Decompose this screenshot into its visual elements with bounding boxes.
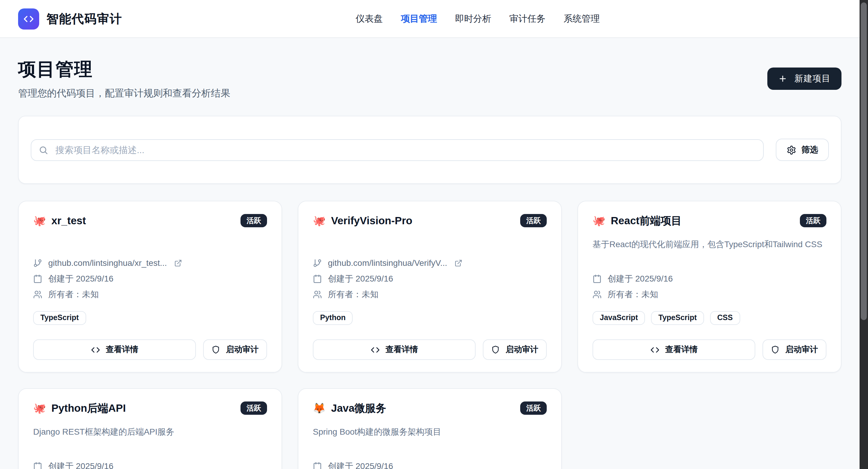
project-name: xr_test [51,214,86,227]
filter-button[interactable]: 筛选 [776,139,829,161]
project-tag: CSS [710,311,740,325]
status-badge: 活跃 [800,214,827,227]
project-emoji: 🦊 [313,402,326,414]
nav-item-tasks[interactable]: 审计任务 [509,13,546,24]
app-title: 智能代码审计 [46,10,122,27]
start-audit-button[interactable]: 启动审计 [763,339,827,360]
calendar-icon [313,462,322,469]
code-icon [650,345,659,354]
search-icon [38,145,48,155]
scrollbar[interactable] [860,0,868,469]
project-meta: 创建于 2025/9/16 [33,461,267,469]
search-filter-card: 筛选 [18,116,841,184]
users-icon [313,290,322,299]
top-navbar: 智能代码审计 仪表盘项目管理即时分析审计任务系统管理 [0,0,868,38]
project-owner: 所有者：未知 [33,289,267,299]
new-project-label: 新建项目 [795,73,831,84]
new-project-button[interactable]: 新建项目 [767,67,841,90]
project-tag: Python [313,311,353,325]
project-owner: 所有者：未知 [313,289,547,299]
git-branch-icon [313,258,322,268]
nav-item-system[interactable]: 系统管理 [564,13,600,24]
code-icon [91,345,100,354]
created-label: 创建于 2025/9/16 [608,274,673,283]
repo-url: github.com/lintsinghua/xr_test... [48,258,167,268]
page-title: 项目管理 [18,60,841,79]
start-audit-button[interactable]: 启动审计 [203,339,267,360]
tag-list: TypeScript [33,311,267,325]
project-tag: TypeScript [33,311,86,325]
created-date: 创建于 2025/9/16 [313,274,547,283]
card-header: 🐙 Python后端API 活跃 [33,401,267,415]
created-label: 创建于 2025/9/16 [48,461,113,469]
shield-icon [771,345,779,354]
view-details-button[interactable]: 查看详情 [313,339,475,360]
project-emoji: 🐙 [33,214,46,227]
nav-item-projects[interactable]: 项目管理 [401,13,437,24]
calendar-icon [592,274,601,283]
created-date: 创建于 2025/9/16 [592,274,827,283]
created-date: 创建于 2025/9/16 [33,461,267,469]
code-brackets-icon [24,13,34,24]
view-details-button[interactable]: 查看详情 [592,339,755,360]
scrollbar-thumb[interactable] [861,2,867,320]
card-footer: 查看详情 启动审计 [592,339,827,360]
owner-label: 所有者：未知 [608,289,658,299]
tag-list: Python [313,311,547,325]
main-nav: 仪表盘项目管理即时分析审计任务系统管理 [355,0,600,37]
created-label: 创建于 2025/9/16 [48,274,113,283]
main-content: 项目管理 管理您的代码项目，配置审计规则和查看分析结果 新建项目 [0,38,868,469]
repo-link[interactable]: github.com/lintsinghua/xr_test... [33,258,267,268]
project-name: Python后端API [51,401,126,415]
app-logo [18,8,39,29]
external-link-icon [174,259,182,267]
card-footer: 查看详情 启动审计 [313,339,547,360]
project-tag: TypeScript [651,311,704,325]
search-input[interactable] [54,144,756,156]
calendar-icon [313,274,322,283]
project-grid: 🐙 xr_test 活跃 github.com/lintsinghua/xr_t… [18,201,841,469]
start-audit-button[interactable]: 启动审计 [483,339,547,360]
project-description: Django REST框架构建的后端API服务 [33,426,267,444]
external-link-icon [455,259,462,267]
calendar-icon [33,462,42,469]
project-name: Java微服务 [331,401,386,415]
nav-item-dashboard[interactable]: 仪表盘 [355,13,383,24]
created-label: 创建于 2025/9/16 [328,274,393,283]
page-header: 项目管理 管理您的代码项目，配置审计规则和查看分析结果 新建项目 [18,38,841,99]
owner-label: 所有者：未知 [48,289,99,299]
project-owner: 所有者：未知 [592,289,827,299]
plus-icon [778,74,787,83]
status-badge: 活跃 [241,214,267,227]
git-branch-icon [33,258,42,268]
project-card: 🐙 VerifyVision-Pro 活跃 github.com/lintsin… [298,201,562,373]
code-icon [370,345,379,354]
card-header: 🦊 Java微服务 活跃 [313,401,547,415]
project-emoji: 🐙 [592,214,605,227]
card-footer: 查看详情 启动审计 [33,339,267,360]
users-icon [33,290,42,299]
shield-icon [491,345,500,354]
created-date: 创建于 2025/9/16 [313,461,547,469]
status-badge: 活跃 [520,214,547,227]
repo-link[interactable]: github.com/lintsinghua/VerifyV... [313,258,547,268]
card-header: 🐙 VerifyVision-Pro 活跃 [313,213,547,228]
project-name: React前端项目 [611,213,681,228]
filter-label: 筛选 [801,145,818,155]
search-box[interactable] [31,139,764,161]
project-description: 基于React的现代化前端应用，包含TypeScript和Tailwind CS… [592,239,827,257]
calendar-icon [33,274,42,283]
card-header: 🐙 xr_test 活跃 [33,213,267,228]
project-card: 🐙 React前端项目 活跃 基于React的现代化前端应用，包含TypeScr… [578,201,841,373]
nav-item-analysis[interactable]: 即时分析 [455,13,491,24]
status-badge: 活跃 [520,402,547,415]
project-meta: github.com/lintsinghua/xr_test... 创建于 20… [33,258,267,299]
project-description [33,239,267,257]
owner-label: 所有者：未知 [328,289,378,299]
repo-url: github.com/lintsinghua/VerifyV... [328,258,447,268]
project-name: VerifyVision-Pro [331,214,412,227]
project-card: 🐙 Python后端API 活跃 Django REST框架构建的后端API服务… [18,388,282,469]
view-details-button[interactable]: 查看详情 [33,339,196,360]
project-description: Spring Boot构建的微服务架构项目 [313,426,547,444]
project-card: 🐙 xr_test 活跃 github.com/lintsinghua/xr_t… [18,201,282,373]
